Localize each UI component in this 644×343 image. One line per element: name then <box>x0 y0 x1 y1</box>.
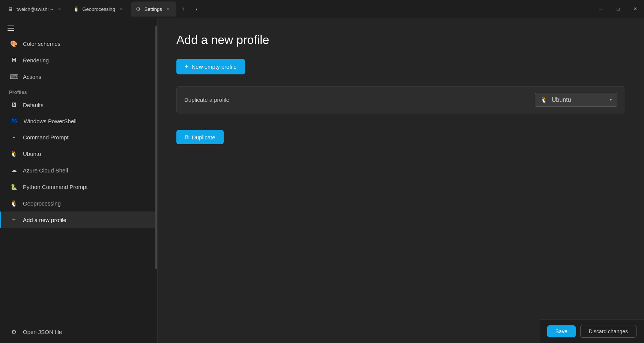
sidebar-item-label: Geoprocessing <box>23 200 61 207</box>
sidebar-item-label: Add a new profile <box>23 217 66 223</box>
sidebar-item-python[interactable]: 🐍 Python Command Prompt <box>0 178 157 195</box>
duplicate-btn-label: Duplicate <box>192 134 215 141</box>
tab-geo-close[interactable]: ✕ <box>118 6 125 12</box>
new-empty-profile-button[interactable]: + New empty profile <box>176 59 245 74</box>
sidebar-item-add-profile[interactable]: + Add a new profile <box>0 212 157 228</box>
page-title: Add a new profile <box>176 33 625 47</box>
actions-icon: ⌨ <box>10 73 18 80</box>
close-button[interactable]: ✕ <box>627 0 644 18</box>
duplicate-section: Duplicate a profile 🐧 Ubuntu ▾ <box>176 86 625 113</box>
sidebar-item-defaults[interactable]: 🖥 Defaults <box>0 97 157 113</box>
dropdown-profile-name: Ubuntu <box>552 97 571 103</box>
menu-toggle[interactable] <box>0 21 157 35</box>
window-controls: ─ □ ✕ <box>592 0 644 18</box>
tab-settings[interactable]: ⚙ Settings ✕ <box>131 2 176 17</box>
sidebar-item-label: Python Command Prompt <box>23 184 88 190</box>
discard-button[interactable]: Discard changes <box>580 325 636 338</box>
new-profile-plus-icon: + <box>185 63 189 71</box>
dropdown-profile-icon: 🐧 <box>540 96 548 103</box>
tab-dropdown-button[interactable]: ▾ <box>191 4 202 14</box>
tab-geoprocessing[interactable]: 🐧 Geoprocessing ✕ <box>69 2 129 17</box>
sidebar-item-label: Open JSON file <box>23 329 62 335</box>
hamburger-icon <box>8 26 14 31</box>
tab-twitch-close[interactable]: ✕ <box>56 6 63 12</box>
profile-dropdown[interactable]: 🐧 Ubuntu ▾ <box>535 93 617 107</box>
tab-twitch-icon: 🖥 <box>8 6 14 12</box>
powershell-icon: PS <box>10 118 18 124</box>
sidebar-item-label: Ubuntu <box>23 151 41 157</box>
sidebar-item-label: Azure Cloud Shell <box>23 167 68 174</box>
tab-twitch-label: twelch@swish: ~ <box>17 6 53 12</box>
profiles-section-label: Profiles <box>0 85 157 97</box>
tab-settings-close[interactable]: ✕ <box>165 6 172 12</box>
sidebar-item-actions[interactable]: ⌨ Actions <box>0 68 157 85</box>
sidebar-item-label: Defaults <box>23 102 44 108</box>
duplicate-button[interactable]: ⧉ Duplicate <box>176 130 224 144</box>
new-tab-button[interactable]: + <box>178 3 190 15</box>
sidebar-item-powershell[interactable]: PS Windows PowerShell <box>0 113 157 129</box>
titlebar: 🖥 twelch@swish: ~ ✕ 🐧 Geoprocessing ✕ ⚙ … <box>0 0 644 18</box>
json-icon: ⚙ <box>10 328 18 335</box>
app-body: 🎨 Color schemes 🖥 Rendering ⌨ Actions Pr… <box>0 18 644 343</box>
tab-geo-icon: 🐧 <box>73 6 79 12</box>
scroll-thumb[interactable] <box>155 26 157 269</box>
footer: Save Discard changes <box>540 319 644 343</box>
sidebar-item-geoprocessing[interactable]: 🐧 Geoprocessing <box>0 195 157 212</box>
sidebar-item-label: Actions <box>23 74 41 80</box>
tab-settings-icon: ⚙ <box>135 6 141 12</box>
sidebar-item-label: Command Prompt <box>23 134 69 141</box>
dropdown-selected: 🐧 Ubuntu <box>540 96 571 103</box>
sidebar-item-rendering[interactable]: 🖥 Rendering <box>0 52 157 68</box>
maximize-button[interactable]: □ <box>609 0 627 18</box>
geo-profile-icon: 🐧 <box>10 199 18 207</box>
tab-twitch[interactable]: 🖥 twelch@swish: ~ ✕ <box>3 2 67 17</box>
main-content: Add a new profile + New empty profile Du… <box>158 18 644 343</box>
cmd-icon: ▪ <box>10 133 18 141</box>
save-button[interactable]: Save <box>547 325 576 337</box>
rendering-icon: 🖥 <box>10 56 18 64</box>
azure-icon: ☁ <box>10 166 18 174</box>
sidebar-item-color-schemes[interactable]: 🎨 Color schemes <box>0 35 157 52</box>
ubuntu-icon: 🐧 <box>10 150 18 157</box>
sidebar-item-ubuntu[interactable]: 🐧 Ubuntu <box>0 145 157 162</box>
tab-settings-label: Settings <box>144 6 162 12</box>
tab-geo-label: Geoprocessing <box>82 6 115 12</box>
duplicate-header: Duplicate a profile 🐧 Ubuntu ▾ <box>177 87 625 113</box>
color-schemes-icon: 🎨 <box>10 40 18 47</box>
sidebar-item-label: Rendering <box>23 57 49 63</box>
python-icon: 🐍 <box>10 183 18 190</box>
sidebar-item-azure[interactable]: ☁ Azure Cloud Shell <box>0 162 157 178</box>
sidebar-item-label: Windows PowerShell <box>24 118 77 124</box>
sidebar: 🎨 Color schemes 🖥 Rendering ⌨ Actions Pr… <box>0 18 158 343</box>
new-profile-btn-label: New empty profile <box>192 63 237 70</box>
chevron-down-icon: ▾ <box>610 98 612 102</box>
sidebar-item-open-json[interactable]: ⚙ Open JSON file <box>0 323 157 340</box>
sidebar-item-label: Color schemes <box>23 41 60 47</box>
add-profile-icon: + <box>10 216 18 224</box>
duplicate-label: Duplicate a profile <box>184 97 229 103</box>
minimize-button[interactable]: ─ <box>592 0 609 18</box>
duplicate-btn-icon: ⧉ <box>185 134 189 141</box>
defaults-icon: 🖥 <box>10 101 18 109</box>
sidebar-item-command-prompt[interactable]: ▪ Command Prompt <box>0 129 157 145</box>
